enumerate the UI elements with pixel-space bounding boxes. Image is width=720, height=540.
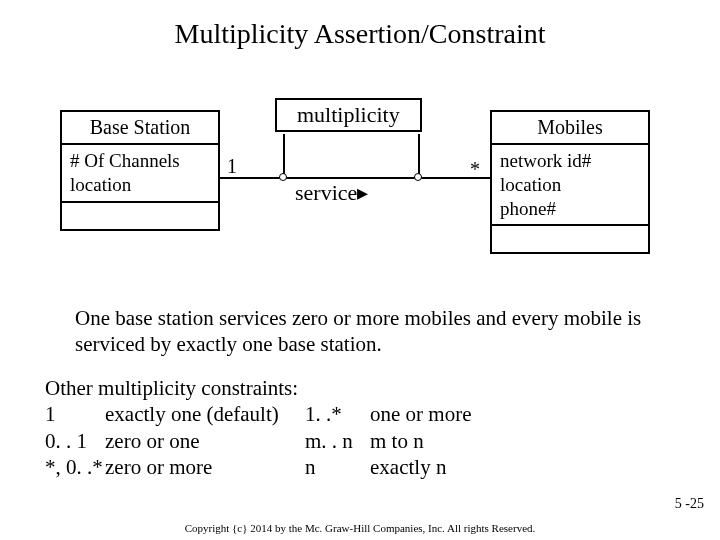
slide: Multiplicity Assertion/Constraint Base S… bbox=[0, 0, 720, 540]
attr: # Of Channels bbox=[70, 149, 210, 173]
rule-symbol: *, 0. .* bbox=[45, 454, 105, 480]
attr: location bbox=[70, 173, 210, 197]
connector-line bbox=[418, 134, 420, 177]
rule-symbol: n bbox=[305, 454, 370, 480]
attr: location bbox=[500, 173, 640, 197]
rule-symbol: 1. .* bbox=[305, 401, 370, 427]
association-line bbox=[220, 177, 490, 179]
rules-grid: 1 exactly one (default) 1. .* one or mor… bbox=[45, 401, 570, 480]
multiplicity-label-box: multiplicity bbox=[275, 98, 422, 132]
multiplicity-left: 1 bbox=[227, 155, 237, 178]
connector-endpoint bbox=[279, 173, 287, 181]
class-operations bbox=[62, 203, 218, 229]
rule-text: zero or one bbox=[105, 428, 305, 454]
rule-text: zero or more bbox=[105, 454, 305, 480]
class-name: Base Station bbox=[62, 112, 218, 145]
rules-heading: Other multiplicity constraints: bbox=[45, 375, 570, 401]
class-attributes: # Of Channels location bbox=[62, 145, 218, 203]
page-title: Multiplicity Assertion/Constraint bbox=[0, 18, 720, 50]
rule-text: exactly one (default) bbox=[105, 401, 305, 427]
connector-endpoint bbox=[414, 173, 422, 181]
uml-class-mobiles: Mobiles network id# location phone# bbox=[490, 110, 650, 254]
copyright-text: Copyright {c} 2014 by the Mc. Graw-Hill … bbox=[0, 522, 720, 534]
explanation-text: One base station services zero or more m… bbox=[75, 305, 665, 358]
rule-text: one or more bbox=[370, 401, 570, 427]
rule-symbol: m. . n bbox=[305, 428, 370, 454]
class-operations bbox=[492, 226, 648, 252]
uml-class-base-station: Base Station # Of Channels location bbox=[60, 110, 220, 231]
multiplicity-rules: Other multiplicity constraints: 1 exactl… bbox=[45, 375, 570, 480]
class-attributes: network id# location phone# bbox=[492, 145, 648, 226]
rule-text: exactly n bbox=[370, 454, 570, 480]
rule-symbol: 1 bbox=[45, 401, 105, 427]
attr: network id# bbox=[500, 149, 640, 173]
rule-symbol: 0. . 1 bbox=[45, 428, 105, 454]
attr: phone# bbox=[500, 197, 640, 221]
multiplicity-right: * bbox=[470, 158, 480, 181]
page-number: 5 -25 bbox=[675, 496, 704, 512]
class-name: Mobiles bbox=[492, 112, 648, 145]
association-name: service▸ bbox=[295, 180, 368, 206]
rule-text: m to n bbox=[370, 428, 570, 454]
connector-line bbox=[283, 134, 285, 177]
